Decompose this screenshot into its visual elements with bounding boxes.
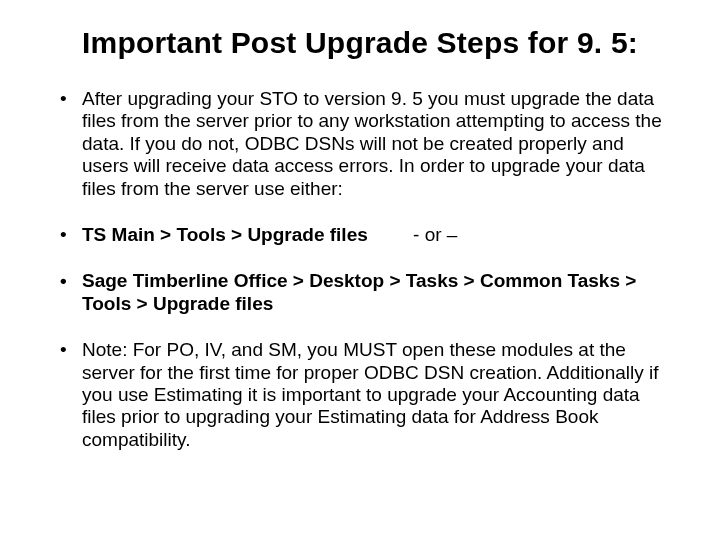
list-item: Sage Timberline Office > Desktop > Tasks… (60, 270, 670, 315)
list-item: After upgrading your STO to version 9. 5… (60, 88, 670, 200)
bullet-list: After upgrading your STO to version 9. 5… (40, 88, 680, 451)
or-separator: - or – (413, 224, 457, 245)
list-item: Note: For PO, IV, and SM, you MUST open … (60, 339, 670, 451)
slide: Important Post Upgrade Steps for 9. 5: A… (0, 0, 720, 540)
page-title: Important Post Upgrade Steps for 9. 5: (40, 26, 680, 60)
list-item: TS Main > Tools > Upgrade files - or – (60, 224, 670, 246)
menu-path: TS Main > Tools > Upgrade files (82, 224, 368, 245)
